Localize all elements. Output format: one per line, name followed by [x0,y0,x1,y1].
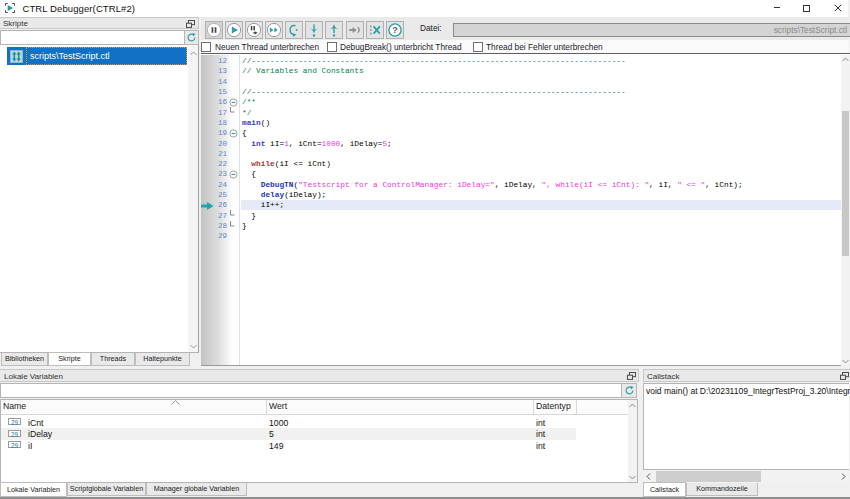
svg-text:?: ? [392,25,398,35]
